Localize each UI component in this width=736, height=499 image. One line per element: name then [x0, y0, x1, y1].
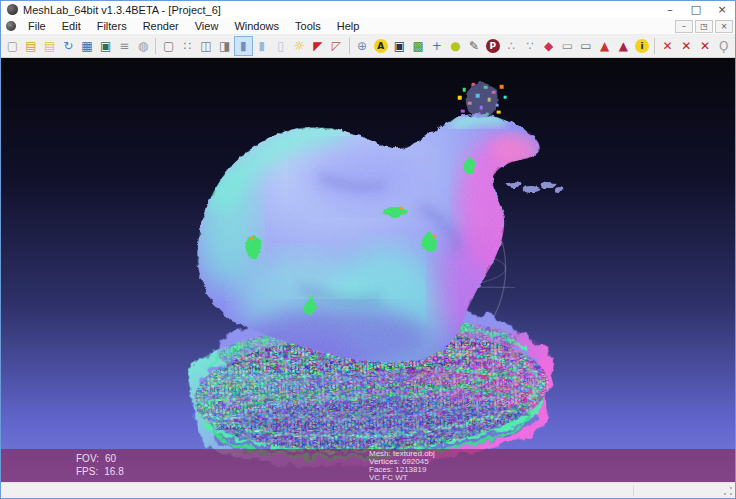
- snapshot-button[interactable]: ▣: [96, 36, 115, 56]
- menu-filters[interactable]: Filters: [89, 19, 135, 33]
- menu-file[interactable]: File: [20, 19, 54, 33]
- background-grad-button[interactable]: ▣: [390, 36, 409, 56]
- trackball-icon: ⊕: [357, 40, 367, 52]
- maximize-button[interactable]: □: [683, 1, 709, 18]
- render-flat-shading-button[interactable]: ▮: [234, 36, 253, 56]
- export-mesh-button[interactable]: ▦: [78, 36, 97, 56]
- mdi-minimize-button[interactable]: –: [675, 20, 693, 33]
- trackball-button[interactable]: ⊕: [353, 36, 372, 56]
- render-hidden-lines-icon: ◨: [219, 40, 230, 52]
- new-project-button[interactable]: ▢: [3, 36, 22, 56]
- paint-p-icon: P: [486, 39, 500, 53]
- menu-edit[interactable]: Edit: [54, 19, 89, 33]
- axis-icon: +: [432, 40, 442, 52]
- fps-label: FPS:: [76, 466, 98, 477]
- menu-windows[interactable]: Windows: [226, 19, 287, 33]
- mesh-flags: VC FC WT: [369, 474, 435, 482]
- render-wireframe-icon: ◫: [200, 40, 211, 52]
- select-face-icon: ∵: [526, 40, 534, 52]
- hud-mesh-info: Mesh: textured.obj Vertices: 692045 Face…: [369, 450, 435, 482]
- import-mesh-icon: ▤: [44, 40, 55, 52]
- background-grad-icon: ▣: [394, 40, 405, 52]
- minimize-button[interactable]: –: [657, 1, 683, 18]
- info-pane-button[interactable]: A: [371, 36, 390, 56]
- import-mesh-button[interactable]: ▤: [40, 36, 59, 56]
- select-rect-vertex-button[interactable]: ▭: [558, 36, 577, 56]
- open-project-button[interactable]: ▤: [22, 36, 41, 56]
- align-tool-button[interactable]: ◆: [539, 36, 558, 56]
- render-wireframe-button[interactable]: ◫: [197, 36, 216, 56]
- toolbar-separator: [349, 38, 350, 54]
- reload-mesh-icon: ↻: [63, 40, 73, 52]
- selected-vertices-icon: ▲: [619, 40, 628, 52]
- render-smooth-shading-icon: ▮: [259, 40, 266, 52]
- menu-tools[interactable]: Tools: [287, 19, 329, 33]
- viewport: FOV:60 FPS:16.8 Mesh: textured.obj Verti…: [1, 58, 735, 482]
- snapshot-icon: ▣: [100, 40, 111, 52]
- menubar: FileEditFiltersRenderViewWindowsToolsHel…: [1, 18, 735, 35]
- axis-button[interactable]: +: [427, 36, 446, 56]
- open-project-icon: ▤: [25, 40, 36, 52]
- light-toggle-button[interactable]: ☼: [290, 36, 309, 56]
- window-title: MeshLab_64bit v1.3.4BETA - [Project_6]: [23, 4, 657, 16]
- hud-bar: FOV:60 FPS:16.8 Mesh: textured.obj Verti…: [1, 449, 735, 482]
- paint-tool-button[interactable]: ✎: [465, 36, 484, 56]
- delete-selected-vertices-icon: ✕: [700, 40, 710, 52]
- decorator-button[interactable]: ▩: [409, 36, 428, 56]
- delete-mesh-button[interactable]: ✕: [658, 36, 677, 56]
- menu-render[interactable]: Render: [135, 19, 187, 33]
- texture-wrap-icon: ◸: [332, 40, 341, 52]
- web-export-icon: ◍: [138, 40, 148, 52]
- render-bbox-button[interactable]: ▢: [159, 36, 178, 56]
- render-points-button[interactable]: ∷: [178, 36, 197, 56]
- selected-faces-button[interactable]: ▲: [595, 36, 614, 56]
- mdi-close-button[interactable]: ×: [715, 20, 733, 33]
- layers-dialog-button[interactable]: ≡: [115, 36, 134, 56]
- close-button[interactable]: ×: [709, 1, 735, 18]
- 3d-canvas[interactable]: [1, 58, 735, 482]
- project-document-icon: [6, 21, 16, 31]
- color-picker-pear-button[interactable]: ●: [446, 36, 465, 56]
- reload-mesh-button[interactable]: ↻: [59, 36, 78, 56]
- search-filter-icon: Ϙ: [719, 40, 728, 52]
- statusbar: [1, 482, 735, 498]
- new-project-icon: ▢: [7, 40, 18, 52]
- texture-on-icon: ◤: [313, 40, 322, 52]
- paint-p-button[interactable]: P: [483, 36, 502, 56]
- floating-fragments: [507, 182, 563, 192]
- delete-selected-vertices-button[interactable]: ✕: [696, 36, 715, 56]
- texture-wrap-button[interactable]: ◸: [327, 36, 346, 56]
- select-rect-face-button[interactable]: ▭: [577, 36, 596, 56]
- render-bbox-icon: ▢: [163, 40, 174, 52]
- layers-dialog-icon: ≡: [119, 40, 129, 52]
- menu-view[interactable]: View: [187, 19, 227, 33]
- fov-label: FOV:: [76, 453, 99, 464]
- select-rect-face-icon: ▭: [580, 40, 591, 52]
- mdi-restore-button[interactable]: ◳: [695, 20, 713, 33]
- decorator-icon: ▩: [412, 40, 423, 52]
- meshlab-window: MeshLab_64bit v1.3.4BETA - [Project_6] –…: [0, 0, 736, 499]
- delete-selected-faces-icon: ✕: [681, 40, 691, 52]
- align-tool-icon: ◆: [544, 40, 553, 52]
- select-vertex-button[interactable]: ∴: [502, 36, 521, 56]
- info-pane-icon: A: [374, 39, 388, 53]
- search-filter-button[interactable]: Ϙ: [714, 36, 733, 56]
- delete-mesh-icon: ✕: [663, 40, 673, 52]
- delete-selected-faces-button[interactable]: ✕: [677, 36, 696, 56]
- selected-vertices-button[interactable]: ▲: [614, 36, 633, 56]
- info-button[interactable]: i: [633, 36, 652, 56]
- hud-camera-info: FOV:60 FPS:16.8: [76, 452, 124, 478]
- light-toggle-icon: ☼: [294, 40, 305, 52]
- color-picker-pear-icon: ●: [450, 40, 460, 52]
- fov-value: 60: [105, 453, 116, 464]
- texture-on-button[interactable]: ◤: [309, 36, 328, 56]
- web-export-button[interactable]: ◍: [134, 36, 153, 56]
- select-face-button[interactable]: ∵: [521, 36, 540, 56]
- menu-help[interactable]: Help: [329, 19, 368, 33]
- render-smooth-shading-button[interactable]: ▮: [253, 36, 272, 56]
- info-icon: i: [635, 39, 649, 53]
- render-points-icon: ∷: [183, 40, 191, 52]
- render-texture-button[interactable]: ▯: [271, 36, 290, 56]
- resize-grip[interactable]: [722, 485, 734, 497]
- render-hidden-lines-button[interactable]: ◨: [215, 36, 234, 56]
